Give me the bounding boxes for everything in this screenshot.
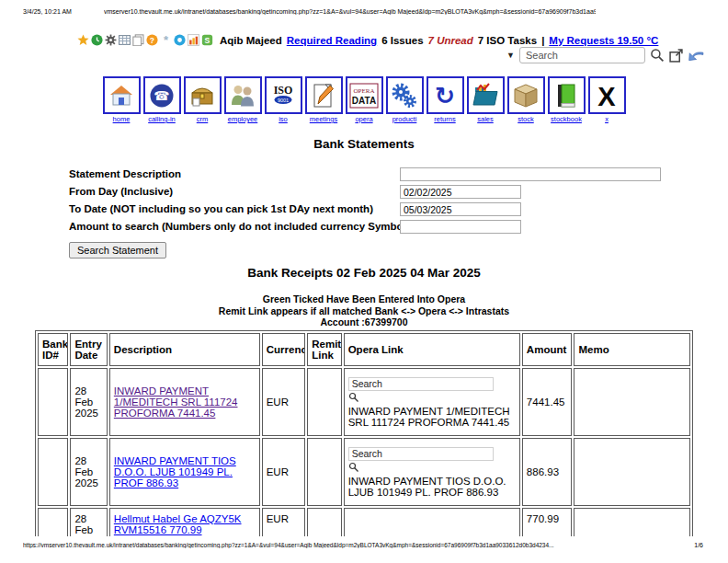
nav-item-x[interactable]: X x	[588, 76, 626, 123]
nav-item-meetings[interactable]: meetings	[305, 76, 343, 123]
pencil-note-icon	[310, 82, 337, 109]
search-icon[interactable]	[650, 48, 665, 63]
cell-amount: 7441.45	[522, 368, 573, 436]
col-entry-date: Entry Date	[70, 333, 107, 366]
divider: |	[541, 35, 544, 46]
reply-arrow-icon[interactable]	[688, 48, 704, 63]
nav-item-home[interactable]: home	[103, 76, 141, 123]
chart-icon[interactable]	[188, 34, 199, 46]
nav-item-sales[interactable]: sales	[467, 76, 505, 123]
to-date-label: To Date (NOT including so you can pick 1…	[69, 203, 373, 214]
nav-label: opera	[346, 115, 383, 123]
svg-text:X: X	[597, 82, 616, 109]
help-icon[interactable]: ?	[146, 34, 158, 46]
statement-description-input[interactable]	[400, 167, 661, 181]
col-currency: Currency	[262, 333, 306, 366]
cell-opera-link	[344, 508, 520, 536]
print-url: vmserver10.thevault.me.uk/intranet/datab…	[104, 8, 596, 15]
gears-icon	[391, 82, 418, 109]
nav-item-producti[interactable]: producti	[386, 76, 424, 123]
cell-description: INWARD PAYMENT TIOS D.O.O. LJUB 101949 P…	[109, 438, 260, 506]
chat-icon[interactable]	[174, 34, 186, 46]
table-header-row: Bank ID# Entry Date Description Currency…	[38, 333, 690, 366]
nav-label: employee	[224, 115, 262, 123]
phone-icon: ☎	[148, 82, 176, 109]
cell-memo	[574, 438, 690, 506]
recycle-clock-icon[interactable]	[91, 34, 103, 46]
cell-currency: EUR	[262, 368, 306, 436]
amount-search-label: Amount to search (Numbers only do not in…	[69, 221, 410, 232]
nav-label: stock	[507, 115, 545, 123]
description-link[interactable]: Hellmut Habel Ge AQZY5K RVM15516 770.99	[114, 513, 242, 535]
green-book-icon	[552, 82, 580, 109]
receipts-account-line: Account :67399700	[0, 316, 728, 327]
nav-toolbar: home ☎ calling-in crm employee ISO9001 i…	[0, 76, 728, 123]
home-icon	[108, 82, 135, 109]
opera-search-input[interactable]	[348, 377, 494, 391]
ledger-icon[interactable]	[119, 34, 131, 46]
cell-entry-date: 28 Feb 2025	[70, 438, 107, 506]
cell-remit-link	[307, 508, 341, 536]
cell-bank-id	[38, 508, 68, 536]
copy-icon[interactable]	[132, 34, 144, 46]
opera-data-icon: OPERADATA	[349, 82, 379, 109]
nav-label: meetings	[305, 115, 343, 123]
external-link-icon[interactable]	[669, 49, 683, 63]
magnifier-icon[interactable]	[348, 462, 359, 475]
snowflake-icon[interactable]: *	[160, 34, 172, 46]
cell-bank-id	[38, 438, 68, 506]
cell-memo	[574, 368, 690, 436]
cell-opera-link: INWARD PAYMENT 1/MEDITECH SRL 111724 PRO…	[344, 368, 520, 436]
nav-item-iso[interactable]: ISO9001 iso	[265, 76, 302, 123]
search-statement-button[interactable]: Search Statement	[69, 242, 166, 259]
statement-search-form: Statement Description From Day (Inclusiv…	[69, 168, 676, 259]
cell-entry-date: 28 Feb 2025	[70, 368, 107, 436]
cell-opera-link: INWARD PAYMENT TIOS D.O.O. LJUB 101949 P…	[344, 438, 520, 506]
nav-item-stock[interactable]: stock	[507, 76, 545, 123]
amount-search-input[interactable]	[400, 220, 521, 234]
svg-text:9001: 9001	[278, 97, 289, 102]
print-page-number: 1/6	[694, 542, 703, 548]
treasure-chest-icon	[188, 82, 216, 109]
my-requests-link[interactable]: My Requests 19.50 °C	[549, 35, 658, 46]
cell-amount: 770.99	[522, 508, 573, 536]
page-title: Bank Statements	[0, 137, 728, 151]
nav-label: producti	[386, 115, 424, 123]
nav-item-crm[interactable]: crm	[184, 76, 222, 123]
chevron-down-icon[interactable]: ▼	[506, 51, 515, 60]
table-row: 28 Feb 2025 INWARD PAYMENT TIOS D.O.O. L…	[38, 438, 690, 506]
receipts-note-remit: Remit Link appears if all matched Bank <…	[0, 305, 728, 316]
nav-item-calling-in[interactable]: ☎ calling-in	[143, 76, 181, 123]
from-day-label: From Day (Inclusive)	[69, 186, 173, 197]
svg-text:?: ?	[150, 36, 154, 45]
people-icon	[229, 82, 256, 109]
svg-text:↻: ↻	[435, 82, 455, 109]
cell-memo	[574, 508, 690, 536]
nav-item-employee[interactable]: employee	[224, 76, 262, 123]
nav-item-returns[interactable]: ↻ returns	[427, 76, 464, 123]
status-bar: ? * S Aqib Majeed Required Reading 6 Iss…	[77, 33, 658, 47]
nav-item-stockbook[interactable]: stockbook	[548, 76, 586, 123]
sales-chart-icon	[472, 82, 499, 109]
description-link[interactable]: INWARD PAYMENT 1/MEDITECH SRL 111724 PRO…	[114, 385, 238, 419]
nav-label: calling-in	[143, 115, 181, 123]
col-bank-id: Bank ID#	[38, 333, 68, 366]
to-date-input[interactable]	[400, 202, 521, 216]
nav-label: stockbook	[548, 115, 586, 123]
search-input[interactable]	[519, 47, 645, 63]
star-icon[interactable]	[77, 34, 89, 46]
description-link[interactable]: INWARD PAYMENT TIOS D.O.O. LJUB 101949 P…	[114, 455, 236, 488]
from-day-input[interactable]	[400, 185, 521, 199]
issues-count: 6 Issues	[381, 35, 423, 46]
iso-9001-icon: ISO9001	[269, 82, 297, 109]
shop-icon[interactable]: S	[201, 34, 213, 46]
search-row: ▼	[506, 47, 704, 63]
cell-remit-link	[307, 438, 341, 506]
opera-search-input[interactable]	[348, 447, 494, 461]
magnifier-icon[interactable]	[348, 392, 359, 405]
gear-icon[interactable]	[105, 34, 117, 46]
receipts-title: Bank Receipts 02 Feb 2025 04 Mar 2025	[0, 266, 728, 280]
nav-item-opera[interactable]: OPERADATA opera	[346, 76, 383, 123]
recycle-arrows-icon: ↻	[431, 82, 459, 109]
required-reading-link[interactable]: Required Reading	[287, 35, 377, 46]
